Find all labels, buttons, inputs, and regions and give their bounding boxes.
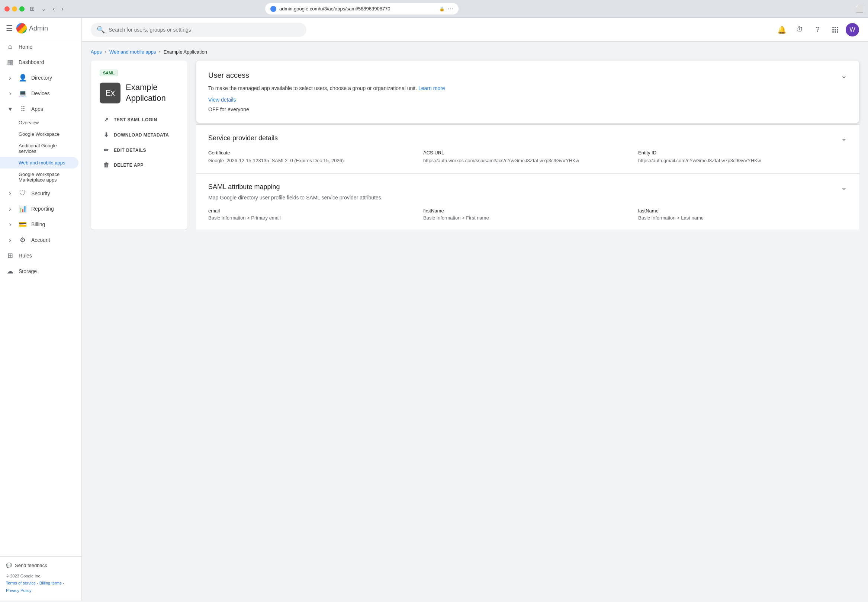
- lastname-field-name: lastName: [638, 208, 847, 213]
- sidebar-item-home[interactable]: ⌂ Home: [0, 39, 78, 54]
- help-button[interactable]: ?: [810, 22, 825, 37]
- mapping-desc: Map Google directory user profile fields…: [208, 195, 847, 201]
- sidebar-gws-label: Google Workspace: [18, 131, 60, 137]
- sidebar-dashboard-label: Dashboard: [18, 59, 44, 65]
- sidebar-additional-label: Additional Google services: [18, 143, 72, 154]
- sidebar-item-account[interactable]: › ⚙ Account: [0, 232, 78, 248]
- close-button[interactable]: [5, 6, 10, 12]
- admin-logo: Admin: [16, 23, 48, 34]
- mapping-title: SAML attribute mapping: [208, 183, 280, 191]
- svg-point-1: [834, 27, 836, 28]
- user-access-panel: User access ⌄ To make the managed app av…: [196, 61, 859, 123]
- sidebar: ☰ Admin ⌂ Home ▦ Dashboard › 👤 Directory…: [0, 18, 82, 600]
- billing-card-icon: 💳: [18, 220, 27, 229]
- sidebar-item-google-workspace[interactable]: Google Workspace: [0, 128, 78, 140]
- sidebar-item-billing[interactable]: › 💳 Billing: [0, 217, 78, 232]
- delete-app-button[interactable]: 🗑 DELETE APP: [100, 158, 178, 172]
- svg-point-7: [834, 31, 836, 33]
- edit-details-button[interactable]: ✏ EDIT DETAILS: [100, 143, 178, 157]
- apps-grid-button[interactable]: [828, 22, 843, 37]
- test-saml-button[interactable]: ↗ TEST SAML LOGIN: [100, 112, 178, 127]
- mapping-field-lastname: lastName Basic Information > Last name: [638, 208, 847, 221]
- svg-point-2: [837, 27, 838, 28]
- view-details-link[interactable]: View details: [208, 97, 847, 103]
- directory-person-icon: 👤: [18, 74, 27, 82]
- sp-title: Service provider details: [208, 134, 278, 142]
- download-icon: ⬇: [103, 131, 110, 138]
- privacy-link[interactable]: Privacy Policy: [6, 588, 31, 593]
- sidebar-item-directory[interactable]: › 👤 Directory: [0, 70, 78, 86]
- minimize-button[interactable]: [12, 6, 17, 12]
- support-timer-button[interactable]: ⏱: [792, 22, 807, 37]
- back-button[interactable]: ‹: [51, 5, 56, 13]
- feedback-label: Send feedback: [15, 562, 47, 568]
- search-input[interactable]: [109, 27, 301, 33]
- acs-value: https://auth.workos.com/sso/saml/acs/nYw…: [423, 157, 632, 164]
- sidebar-home-label: Home: [18, 44, 32, 50]
- browser-right-controls: ⬜: [855, 5, 863, 13]
- sidebar-item-rules[interactable]: ⊞ Rules: [0, 248, 78, 263]
- search-box[interactable]: 🔍: [91, 23, 307, 37]
- breadcrumb-sep-1: ›: [105, 49, 106, 55]
- sp-field-acs: ACS URL https://auth.workos.com/sso/saml…: [423, 150, 632, 164]
- sidebar-item-web-mobile[interactable]: Web and mobile apps: [0, 157, 78, 169]
- sidebar-item-apps[interactable]: ▾ ⠿ Apps: [0, 101, 78, 117]
- billing-expand-icon: ›: [6, 221, 14, 229]
- sidebar-rules-label: Rules: [18, 253, 32, 259]
- email-field-value: Basic Information > Primary email: [208, 215, 417, 221]
- feedback-icon: 💬: [6, 562, 12, 568]
- account-gear-icon: ⚙: [18, 236, 27, 244]
- sidebar-item-reporting[interactable]: › 📊 Reporting: [0, 201, 78, 217]
- download-metadata-button[interactable]: ⬇ DOWNLOAD METADATA: [100, 127, 178, 142]
- breadcrumb-apps[interactable]: Apps: [91, 49, 102, 55]
- hamburger-menu[interactable]: ☰: [6, 24, 13, 33]
- sp-chevron[interactable]: ⌄: [841, 134, 847, 143]
- sidebar-item-dashboard[interactable]: ▦ Dashboard: [0, 54, 78, 70]
- service-provider-panel: Service provider details ⌄ Certificate G…: [196, 124, 859, 174]
- detail-panels: User access ⌄ To make the managed app av…: [196, 61, 859, 230]
- sidebar-item-additional-google[interactable]: Additional Google services: [0, 140, 78, 157]
- sidebar-toggle-button[interactable]: ⊞: [28, 5, 36, 13]
- sidebar-storage-label: Storage: [18, 268, 37, 274]
- terms-link[interactable]: Terms of service: [6, 581, 36, 585]
- apps-grid-icon: ⠿: [18, 105, 27, 113]
- sidebar-marketplace-label: Google Workspace Marketplace apps: [18, 172, 72, 183]
- breadcrumb-web-mobile[interactable]: Web and mobile apps: [109, 49, 156, 55]
- sidebar-item-overview[interactable]: Overview: [0, 117, 78, 128]
- forward-button[interactable]: ›: [60, 5, 65, 13]
- sidebar-item-security[interactable]: › 🛡 Security: [0, 186, 78, 201]
- app-card: SAML Ex Example Application ↗ TEST SAML …: [91, 61, 187, 230]
- address-bar[interactable]: admin.google.com/u/3/ac/apps/saml/588963…: [265, 3, 459, 14]
- avatar[interactable]: W: [846, 23, 859, 37]
- sidebar-item-devices[interactable]: › 💻 Devices: [0, 86, 78, 101]
- page-content: Apps › Web and mobile apps › Example App…: [82, 41, 868, 237]
- firstname-field-name: firstName: [423, 208, 632, 213]
- svg-point-3: [832, 29, 834, 31]
- panel-header: User access ⌄: [208, 71, 847, 80]
- learn-more-link[interactable]: Learn more: [419, 85, 445, 91]
- send-feedback-button[interactable]: 💬 Send feedback: [6, 562, 75, 568]
- test-saml-icon: ↗: [103, 116, 110, 123]
- svg-point-6: [832, 31, 834, 33]
- acs-label: ACS URL: [423, 150, 632, 155]
- svg-point-4: [834, 29, 836, 31]
- lock-icon: 🔒: [439, 6, 445, 12]
- home-icon: ⌂: [6, 43, 14, 51]
- app-name: Example Application: [126, 82, 178, 103]
- sidebar-toggle-button-2[interactable]: ⌄: [40, 5, 48, 13]
- edit-icon: ✏: [103, 147, 110, 154]
- notifications-button[interactable]: 🔔: [774, 22, 789, 37]
- sidebar-item-storage[interactable]: ☁ Storage: [0, 263, 78, 279]
- mapping-chevron[interactable]: ⌄: [841, 183, 847, 192]
- reporting-expand-icon: ›: [6, 205, 14, 213]
- fullscreen-button[interactable]: [19, 6, 25, 12]
- certificate-label: Certificate: [208, 150, 417, 155]
- sidebar-item-marketplace[interactable]: Google Workspace Marketplace apps: [0, 169, 78, 186]
- billing-terms-link[interactable]: Billing terms: [40, 581, 62, 585]
- content-grid: SAML Ex Example Application ↗ TEST SAML …: [91, 61, 859, 230]
- url-text: admin.google.com/u/3/ac/apps/saml/588963…: [279, 6, 436, 12]
- admin-label: Admin: [29, 25, 48, 32]
- user-access-chevron[interactable]: ⌄: [841, 71, 847, 80]
- sidebar-apps-label: Apps: [31, 106, 43, 112]
- top-bar: 🔍 🔔 ⏱ ?: [82, 18, 868, 41]
